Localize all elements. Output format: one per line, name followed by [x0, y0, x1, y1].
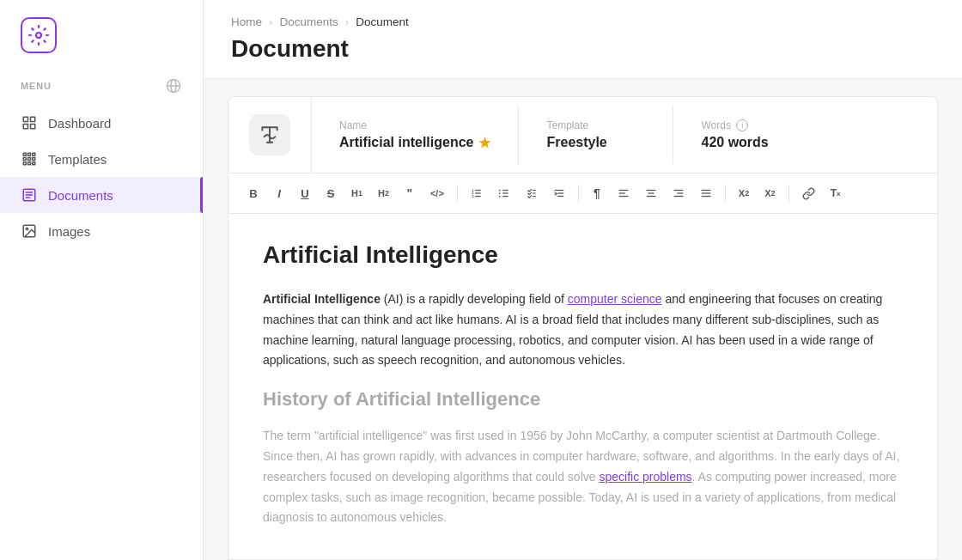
align-left-button[interactable] [612, 182, 636, 204]
doc-words-label: Words i [701, 119, 783, 132]
editor-paragraph-2: The term "artificial intelligence" was f… [263, 426, 903, 528]
svg-point-35 [499, 192, 501, 194]
main-content: Home › Documents › Document Document Nam… [204, 0, 962, 560]
editor-heading-1: Artificial Intelligence [263, 241, 903, 269]
breadcrumb-sep-2: › [345, 15, 350, 28]
doc-words-cell: Words i 420 words [673, 106, 811, 165]
underline-button[interactable]: U [294, 182, 316, 204]
doc-template-value: Freestyle [546, 135, 645, 150]
svg-rect-9 [28, 153, 31, 155]
doc-template-cell: Template Freestyle [519, 106, 673, 164]
doc-icon-cell [228, 97, 312, 173]
doc-template-label: Template [546, 119, 645, 131]
align-right-button[interactable] [667, 182, 691, 204]
svg-rect-14 [23, 162, 26, 165]
indent-button[interactable] [547, 182, 571, 204]
logo-icon [21, 17, 57, 53]
breadcrumb-documents[interactable]: Documents [280, 15, 338, 28]
dashboard-label: Dashboard [48, 116, 111, 131]
toolbar-sep-4 [788, 185, 789, 202]
documents-icon [21, 186, 38, 204]
templates-label: Templates [48, 152, 107, 167]
sidebar-item-templates[interactable]: Templates [0, 141, 203, 177]
sidebar-item-documents[interactable]: Documents [0, 177, 203, 213]
sidebar-item-dashboard[interactable]: Dashboard [0, 105, 203, 141]
breadcrumb-home[interactable]: Home [231, 15, 262, 28]
align-justify-button[interactable] [694, 182, 718, 204]
svg-rect-5 [31, 117, 35, 121]
breadcrumb: Home › Documents › Document [231, 15, 935, 28]
editor-para1-middle: (AI) is a rapidly developing field of [381, 292, 568, 306]
svg-rect-16 [33, 162, 35, 165]
svg-rect-15 [28, 162, 31, 165]
documents-label: Documents [48, 188, 113, 203]
code-button[interactable]: </> [424, 182, 450, 204]
svg-rect-12 [28, 158, 31, 161]
italic-button[interactable]: I [268, 182, 290, 204]
editor-link-cs[interactable]: computer science [568, 292, 662, 306]
doc-name-label: Name [339, 119, 490, 131]
doc-name-cell: Name Artificial intelligence ★ [312, 106, 519, 165]
sidebar-logo-area [0, 0, 203, 70]
h2-button[interactable]: H2 [372, 182, 395, 204]
h1-button[interactable]: H1 [345, 182, 368, 204]
checklist-button[interactable] [520, 182, 544, 204]
svg-rect-7 [31, 125, 35, 129]
svg-rect-8 [23, 153, 26, 155]
svg-rect-4 [23, 117, 27, 121]
svg-point-34 [499, 190, 501, 192]
svg-point-36 [499, 196, 501, 198]
svg-rect-13 [33, 158, 35, 161]
document-header-card: Name Artificial intelligence ★ Template … [228, 96, 938, 173]
sidebar-nav: Dashboard Templates Docum [0, 105, 203, 249]
words-info-icon[interactable]: i [736, 119, 748, 131]
editor-paragraph-1: Artificial Intelligence (AI) is a rapidl… [263, 289, 903, 371]
editor-toolbar: B I U S H1 H2 " </> 123 ¶ [228, 173, 938, 214]
toolbar-sep-3 [725, 185, 726, 202]
svg-rect-6 [23, 125, 27, 129]
breadcrumb-sep-1: › [269, 15, 273, 28]
toolbar-sep-1 [457, 185, 458, 202]
toolbar-sep-2 [578, 185, 579, 202]
svg-point-22 [26, 228, 27, 229]
editor-area[interactable]: Artificial Intelligence Artificial Intel… [228, 214, 938, 560]
images-icon [21, 222, 38, 240]
page-title: Document [231, 35, 935, 78]
globe-icon[interactable] [165, 77, 182, 94]
breadcrumb-current: Document [356, 15, 409, 28]
blockquote-button[interactable]: " [399, 182, 421, 204]
images-label: Images [48, 224, 90, 239]
svg-text:3: 3 [472, 194, 474, 198]
svg-rect-11 [23, 158, 26, 161]
subscript-button[interactable]: X2 [733, 182, 755, 204]
doc-words-value: 420 words [701, 135, 783, 150]
topbar: Home › Documents › Document Document [204, 0, 962, 79]
star-icon[interactable]: ★ [478, 135, 490, 151]
superscript-button[interactable]: X2 [758, 182, 781, 204]
editor-bold-ai: Artificial Intelligence [263, 292, 381, 306]
svg-point-0 [36, 33, 41, 38]
doc-icon [249, 114, 290, 155]
bullet-list-button[interactable] [492, 182, 516, 204]
align-center-button[interactable] [639, 182, 663, 204]
ordered-list-button[interactable]: 123 [465, 182, 489, 204]
sidebar: MENU Dashboard [0, 0, 204, 560]
doc-name-value: Artificial intelligence ★ [339, 135, 490, 151]
clear-format-button[interactable]: Tx [825, 182, 847, 204]
templates-icon [21, 150, 38, 167]
menu-label: MENU [21, 81, 52, 91]
paragraph-button[interactable]: ¶ [586, 182, 608, 204]
bold-button[interactable]: B [242, 182, 265, 204]
strikethrough-button[interactable]: S [320, 182, 342, 204]
menu-header: MENU [0, 70, 203, 105]
editor-link-specific[interactable]: specific problems [599, 470, 691, 484]
dashboard-icon [21, 114, 38, 131]
sidebar-item-images[interactable]: Images [0, 213, 203, 249]
editor-heading-2: History of Artificial Intelligence [263, 388, 903, 411]
link-button[interactable] [796, 182, 821, 204]
svg-rect-10 [33, 153, 35, 155]
